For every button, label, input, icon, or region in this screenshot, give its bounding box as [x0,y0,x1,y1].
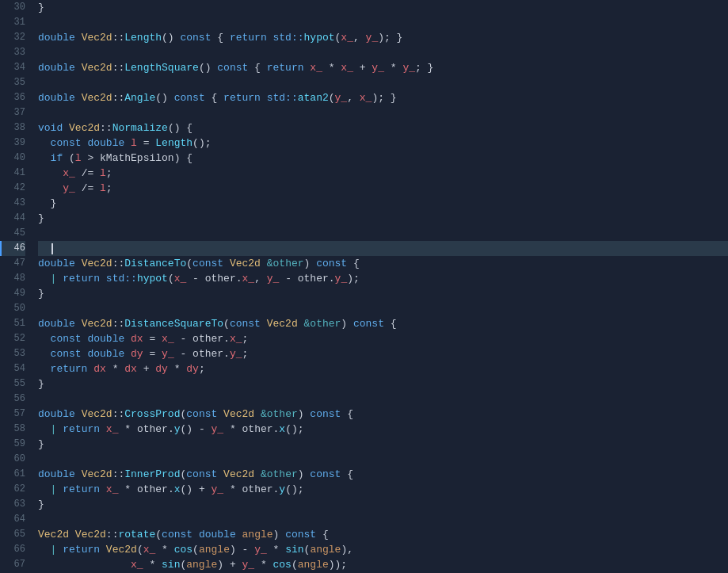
code-line-61: double Vec2d::InnerProd(const Vec2d &oth… [38,467,728,482]
code-line-38: void Vec2d::Normalize() { [38,120,728,136]
code-line-66: | return Vec2d(x_ * cos(angle) - y_ * si… [38,542,728,557]
line-num-42: 42 [0,181,25,196]
code-line-52: const double dx = x_ - other.x_; [38,331,728,346]
code-line-56 [38,392,728,407]
line-num-50: 50 [0,301,25,316]
code-line-36: double Vec2d::Angle() const { return std… [38,90,728,105]
code-line-42: y_ /= l; [38,181,728,196]
line-num-35: 35 [0,75,25,90]
line-num-67: 67 [0,557,25,572]
line-num-64: 64 [0,512,25,527]
code-line-48: | return std::hypot(x_ - other.x_, y_ - … [38,271,728,286]
code-content[interactable]: } double Vec2d::Length() const { return … [32,0,728,573]
line-num-48: 48 [0,271,25,286]
code-line-33 [38,45,728,60]
line-num-30: 30 [0,0,25,15]
line-num-39: 39 [0,136,25,151]
code-line-40: if (l > kMathEpsilon) { [38,151,728,166]
code-line-60 [38,452,728,467]
code-editor: 30 31 32 33 34 35 36 37 38 39 40 41 42 4… [0,0,728,573]
code-line-50 [38,301,728,316]
code-line-49: } [38,286,728,301]
line-num-60: 60 [0,452,25,467]
code-line-65: Vec2d Vec2d::rotate(const double angle) … [38,527,728,542]
code-line-32: double Vec2d::Length() const { return st… [38,30,728,45]
line-num-58: 58 [0,422,25,437]
line-num-47: 47 [0,256,25,271]
line-num-52: 52 [0,331,25,346]
code-line-54: return dx * dx + dy * dy; [38,361,728,376]
line-num-61: 61 [0,467,25,482]
code-line-37 [38,105,728,120]
line-num-34: 34 [0,60,25,75]
line-num-40: 40 [0,151,25,166]
line-num-51: 51 [0,316,25,331]
line-num-65: 65 [0,527,25,542]
code-line-55: } [38,376,728,392]
line-num-46: 46 [0,241,25,256]
line-num-49: 49 [0,286,25,301]
line-num-62: 62 [0,482,25,497]
code-line-30: } [38,0,728,15]
code-line-47: double Vec2d::DistanceTo(const Vec2d &ot… [38,256,728,271]
code-line-64 [38,512,728,527]
line-numbers: 30 31 32 33 34 35 36 37 38 39 40 41 42 4… [0,0,32,573]
line-num-41: 41 [0,166,25,181]
code-line-53: const double dy = y_ - other.y_; [38,346,728,361]
code-line-46 [38,241,728,256]
line-num-55: 55 [0,376,25,392]
line-num-32: 32 [0,30,25,45]
code-line-44: } [38,211,728,226]
code-line-59: } [38,437,728,452]
line-num-57: 57 [0,407,25,422]
line-num-31: 31 [0,15,25,30]
line-num-33: 33 [0,45,25,60]
line-num-44: 44 [0,211,25,226]
line-num-54: 54 [0,361,25,376]
line-num-53: 53 [0,346,25,361]
code-line-34: double Vec2d::LengthSquare() const { ret… [38,60,728,75]
line-num-45: 45 [0,226,25,241]
line-num-38: 38 [0,120,25,136]
code-line-39: const double l = Length(); [38,136,728,151]
code-line-31 [38,15,728,30]
code-line-57: double Vec2d::CrossProd(const Vec2d &oth… [38,407,728,422]
code-line-41: x_ /= l; [38,166,728,181]
line-num-63: 63 [0,497,25,512]
code-line-58: | return x_ * other.y() - y_ * other.x()… [38,422,728,437]
code-line-51: double Vec2d::DistanceSquareTo(const Vec… [38,316,728,331]
code-line-62: | return x_ * other.x() + y_ * other.y()… [38,482,728,497]
line-num-66: 66 [0,542,25,557]
line-num-36: 36 [0,90,25,105]
line-num-56: 56 [0,392,25,407]
code-line-43: } [38,196,728,211]
line-num-37: 37 [0,105,25,120]
code-line-35 [38,75,728,90]
code-line-67: x_ * sin(angle) + y_ * cos(angle)); [38,557,728,572]
line-num-43: 43 [0,196,25,211]
line-num-59: 59 [0,437,25,452]
code-line-63: } [38,497,728,512]
code-line-45 [38,226,728,241]
